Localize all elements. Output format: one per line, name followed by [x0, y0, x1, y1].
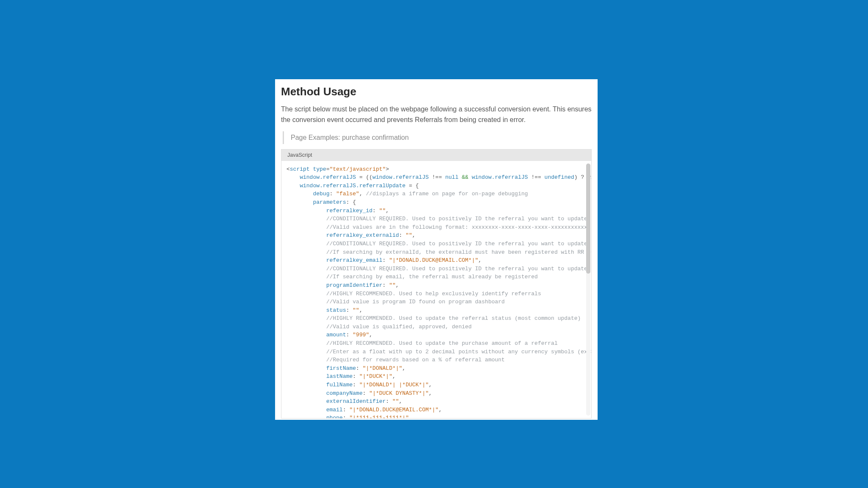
panel-inner: Method Usage The script below must be pl…: [275, 79, 598, 419]
page-examples-callout: Page Examples: purchase confirmation: [283, 131, 592, 144]
code-block-container: <script type="text/javascript"> window.r…: [281, 161, 592, 419]
code-block[interactable]: <script type="text/javascript"> window.r…: [281, 161, 591, 419]
page-title: Method Usage: [281, 85, 592, 98]
scrollbar-thumb[interactable]: [586, 164, 590, 274]
documentation-panel: Method Usage The script below must be pl…: [275, 79, 598, 420]
tab-javascript[interactable]: JavaScript: [281, 150, 318, 161]
page-description: The script below must be placed on the w…: [281, 104, 592, 125]
code-tab-bar: JavaScript: [281, 149, 592, 161]
